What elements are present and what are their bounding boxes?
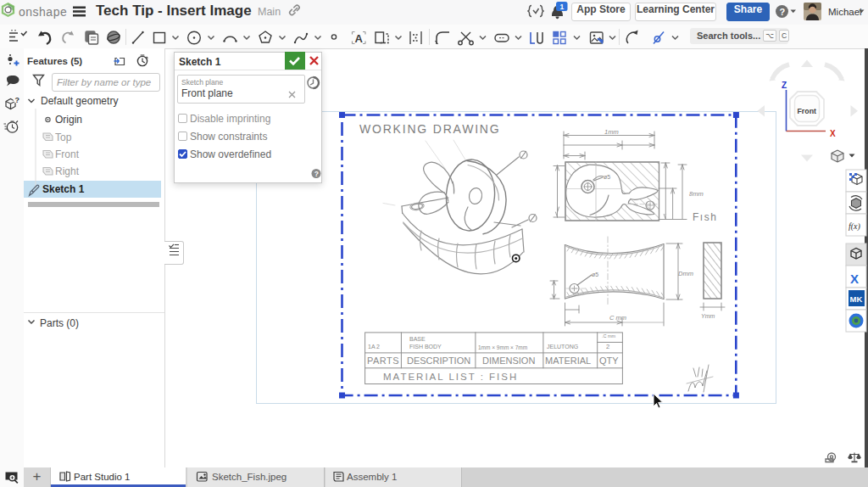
svg-text:A: A: [355, 32, 364, 45]
svg-text:?: ?: [780, 7, 786, 17]
svg-text:X: X: [850, 271, 859, 286]
svg-text:1: 1: [560, 3, 565, 11]
svg-text:MK: MK: [850, 294, 863, 304]
svg-text:?: ?: [15, 96, 20, 104]
svg-text:?: ?: [314, 170, 319, 178]
svg-text:f(x): f(x): [849, 221, 861, 232]
